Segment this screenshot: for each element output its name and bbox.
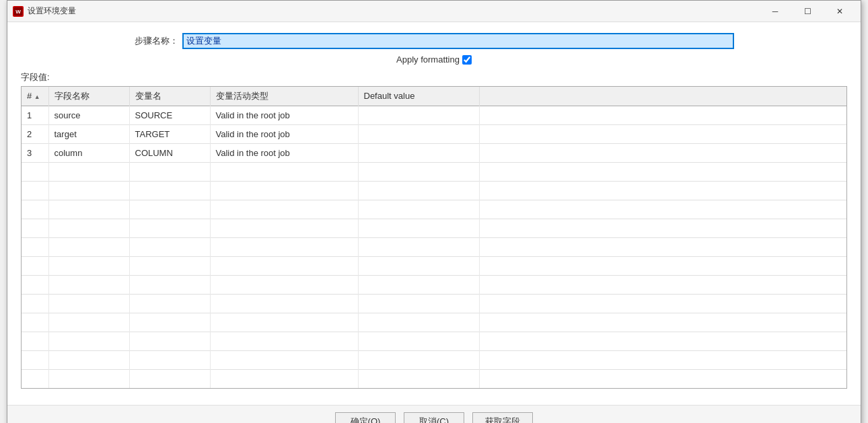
fields-table-container: # ▲ 字段名称 变量名 变量活动类型 Default value 1 sour… [21, 86, 847, 389]
minimize-button[interactable]: ─ [760, 1, 791, 22]
cell-rest [479, 124, 846, 143]
svg-text:W: W [15, 9, 21, 15]
apply-formatting-checkbox[interactable] [462, 55, 472, 65]
table-row-empty [22, 350, 846, 369]
cell-type: Valid in the root job [210, 106, 358, 124]
col-header-rest [479, 87, 846, 106]
table-row-empty [22, 275, 846, 294]
col-header-num: # ▲ [22, 87, 48, 106]
col-header-type: 变量活动类型 [210, 87, 358, 106]
table-row: 2 target TARGET Valid in the root job [22, 124, 846, 143]
cell-type: Valid in the root job [210, 124, 358, 143]
cell-num: 3 [22, 143, 48, 162]
table-row-empty [22, 369, 846, 388]
table-header-row: # ▲ 字段名称 变量名 变量活动类型 Default value [22, 87, 846, 106]
window-title: 设置环境变量 [28, 5, 760, 17]
cell-type: Valid in the root job [210, 143, 358, 162]
table-row: 3 column COLUMN Valid in the root job [22, 143, 846, 162]
footer: 确定(O) 取消(C) 获取字段 [7, 405, 861, 423]
content-area: 步骤名称： Apply formatting 字段值: # ▲ 字段名称 变量名 [7, 22, 861, 405]
col-header-default: Default value [358, 87, 479, 106]
cell-field: column [48, 143, 129, 162]
cell-var: COLUMN [129, 143, 210, 162]
app-icon: W [13, 6, 24, 17]
fields-table: # ▲ 字段名称 变量名 变量活动类型 Default value 1 sour… [22, 87, 846, 388]
table-row-empty [22, 294, 846, 313]
step-label: 步骤名称： [135, 35, 178, 47]
cell-rest [479, 143, 846, 162]
table-row-empty [22, 313, 846, 332]
cell-field: target [48, 124, 129, 143]
window-controls: ─ ☐ ✕ [760, 1, 855, 22]
table-row-empty [22, 237, 846, 256]
cell-default [358, 143, 479, 162]
apply-formatting-row: Apply formatting [21, 54, 847, 65]
step-name-input[interactable] [182, 33, 734, 49]
cancel-button[interactable]: 取消(C) [404, 412, 464, 423]
table-row-empty [22, 256, 846, 275]
cell-num: 2 [22, 124, 48, 143]
close-button[interactable]: ✕ [824, 1, 855, 22]
maximize-button[interactable]: ☐ [792, 1, 823, 22]
cell-var: SOURCE [129, 106, 210, 124]
col-header-var: 变量名 [129, 87, 210, 106]
table-row: 1 source SOURCE Valid in the root job [22, 106, 846, 124]
cell-field: source [48, 106, 129, 124]
cell-default [358, 124, 479, 143]
col-header-field: 字段名称 [48, 87, 129, 106]
cell-var: TARGET [129, 124, 210, 143]
cell-default [358, 106, 479, 124]
cell-rest [479, 106, 846, 124]
cell-num: 1 [22, 106, 48, 124]
get-fields-button[interactable]: 获取字段 [472, 412, 533, 423]
main-window: W 设置环境变量 ─ ☐ ✕ 步骤名称： Apply formatting 字段… [7, 0, 861, 423]
table-row-empty [22, 181, 846, 200]
table-row-empty [22, 219, 846, 237]
step-name-row: 步骤名称： [21, 33, 847, 49]
apply-formatting-label: Apply formatting [396, 54, 460, 65]
table-row-empty [22, 200, 846, 219]
sort-arrow-num: ▲ [34, 93, 40, 100]
titlebar: W 设置环境变量 ─ ☐ ✕ [7, 1, 861, 22]
confirm-button[interactable]: 确定(O) [335, 412, 396, 423]
section-label: 字段值: [21, 71, 847, 83]
table-row-empty [22, 332, 846, 350]
table-row-empty [22, 162, 846, 181]
